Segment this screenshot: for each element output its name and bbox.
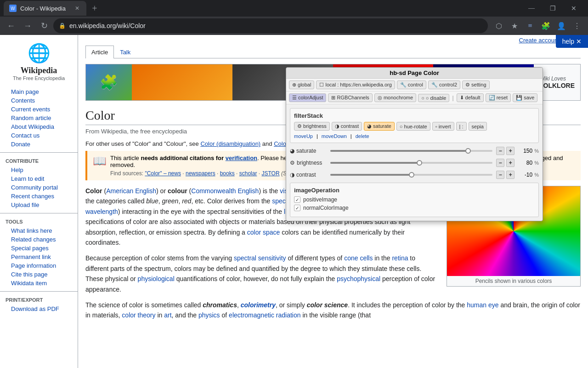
rgb-button[interactable]: ⊞ RGBChannels — [328, 93, 372, 102]
move-down-link[interactable]: moveDown — [322, 133, 347, 139]
sidebar-item-main-page[interactable]: Main page — [6, 87, 72, 96]
create-account-link[interactable]: Create account — [519, 37, 560, 44]
brightness-label: ⚙ brightness — [290, 160, 327, 166]
refresh-button[interactable]: ↻ — [37, 18, 51, 33]
tab-talk[interactable]: Talk — [114, 46, 136, 58]
profile-icon[interactable]: 👤 — [554, 18, 569, 33]
cone-cells-link[interactable]: cone cells — [344, 254, 373, 262]
window-close-button[interactable]: ✕ — [563, 0, 584, 17]
electromagnetic-radiation-link[interactable]: electromagnetic radiation — [229, 311, 300, 319]
sidebar-item-wikidata[interactable]: Wikidata item — [6, 279, 72, 288]
sidebar-item-cite[interactable]: Cite this page — [6, 270, 72, 279]
active-extension-icon[interactable]: ≡ — [523, 18, 537, 33]
sidebar-item-current-events[interactable]: Current events — [6, 105, 72, 114]
sidebar-item-upload[interactable]: Upload file — [6, 201, 72, 209]
forward-button[interactable]: → — [20, 18, 35, 33]
default-button[interactable]: ⬇ default — [457, 93, 484, 102]
retina-link[interactable]: retina — [392, 254, 408, 262]
sidebar-item-contents[interactable]: Contents — [6, 96, 72, 105]
sidebar-item-special[interactable]: Special pages — [6, 244, 72, 253]
disable-button[interactable]: ○ ○ disable — [418, 94, 449, 102]
color-space-link[interactable]: color space — [247, 229, 280, 236]
control-button[interactable]: 🔧 control — [397, 80, 426, 89]
saturate-thumb[interactable] — [465, 148, 471, 154]
brightness-tag[interactable]: ⚙ brightness — [294, 122, 330, 131]
invert-tag[interactable]: ▫ invert — [432, 122, 454, 131]
brightness-thumb[interactable] — [417, 160, 422, 166]
verification-link[interactable]: verification — [226, 155, 257, 161]
brightness-minus[interactable]: − — [496, 159, 504, 167]
back-button[interactable]: ← — [4, 18, 18, 33]
saturate-minus[interactable]: − — [496, 147, 504, 155]
source-news[interactable]: "Color" – news — [145, 170, 181, 177]
help-button[interactable]: help ✕ — [556, 35, 588, 48]
source-books[interactable]: books — [220, 170, 235, 177]
wavelength-link[interactable]: wavelength — [85, 208, 118, 215]
mono-button[interactable]: ◎ monochrome — [374, 93, 416, 102]
commonwealth-english-link[interactable]: Commonwealth English — [191, 187, 259, 195]
saturate-tag[interactable]: ◕ saturate — [364, 122, 395, 131]
positive-image-checkbox[interactable]: ✓ — [294, 196, 300, 203]
contrast-thumb[interactable] — [409, 172, 414, 178]
tab-article[interactable]: Article — [85, 46, 114, 58]
color-theory-link[interactable]: color theory — [122, 311, 155, 319]
contrast-minus[interactable]: − — [496, 171, 504, 179]
move-up-link[interactable]: moveUp — [294, 133, 313, 139]
setting-button[interactable]: ⚙ setting — [462, 80, 489, 89]
sidebar-item-what-links[interactable]: What links here — [6, 226, 72, 235]
american-english-link[interactable]: American English — [106, 187, 156, 195]
sidebar-item-pdf[interactable]: Download as PDF — [6, 305, 72, 313]
sidebar-item-help[interactable]: Help — [6, 166, 72, 174]
window-minimize-button[interactable]: — — [521, 0, 542, 17]
sidebar-item-learn-edit[interactable]: Learn to edit — [6, 174, 72, 183]
spectral-sensitivity-link[interactable]: spectral sensitivity — [234, 254, 286, 262]
saturate-track[interactable] — [330, 150, 492, 152]
source-newspapers[interactable]: newspapers — [186, 170, 215, 177]
tab-close-button[interactable]: ✕ — [74, 5, 81, 12]
source-jstor[interactable]: JSTOR — [261, 170, 279, 177]
sepia-tag[interactable]: sepia — [469, 122, 487, 131]
color-adjust-button[interactable]: ☰ colorAdjust — [289, 93, 326, 102]
filter-section: filterStack ⚙ brightness ◑ contrast ◕ sa… — [290, 108, 539, 143]
sidebar-item-permanent[interactable]: Permanent link — [6, 253, 72, 261]
delete-link[interactable]: delete — [356, 133, 369, 139]
colorimetry-link[interactable]: colorimetry — [241, 301, 276, 309]
menu-icon[interactable]: ⋮ — [570, 18, 584, 33]
extensions-icon[interactable]: ⬡ — [492, 18, 506, 33]
art-link[interactable]: art — [164, 311, 171, 319]
human-eye-link[interactable]: human eye — [467, 301, 498, 309]
sidebar-item-community[interactable]: Community portal — [6, 183, 72, 192]
reset-button[interactable]: 🔄 reset — [486, 93, 511, 102]
address-bar[interactable]: 🔒 en.wikipedia.org/wiki/Color — [53, 18, 488, 33]
sidebar-item-contact[interactable]: Contact us — [6, 131, 72, 140]
hue-rotate-tag[interactable]: ○ hue-rotate — [396, 122, 430, 131]
sidebar-item-random[interactable]: Random article — [6, 114, 72, 122]
wiki-subtitle: The Free Encyclopedia — [4, 75, 74, 81]
contrast-plus[interactable]: + — [506, 171, 514, 179]
active-tab[interactable]: W Color - Wikipedia ✕ — [4, 1, 86, 16]
sidebar-item-page-info[interactable]: Page information — [6, 261, 72, 270]
contrast-track[interactable] — [330, 174, 492, 176]
puzzle-icon[interactable]: 🧩 — [538, 18, 553, 33]
sidebar-item-recent[interactable]: Recent changes — [6, 192, 72, 201]
bookmark-icon[interactable]: ★ — [507, 18, 522, 33]
psychophysical-link[interactable]: psychophysical — [337, 275, 380, 282]
local-button[interactable]: ☐ local : https://en.wikipedia.org — [316, 80, 395, 89]
global-button[interactable]: ⊕ global — [289, 80, 314, 89]
sidebar-item-donate[interactable]: Donate — [6, 140, 72, 149]
new-tab-button[interactable]: + — [88, 2, 101, 15]
physiological-link[interactable]: physiological — [138, 275, 175, 282]
window-maximize-button[interactable]: ❐ — [542, 0, 563, 17]
save-button[interactable]: 💾 save — [513, 93, 537, 102]
source-scholar[interactable]: scholar — [239, 170, 257, 177]
saturate-plus[interactable]: + — [506, 147, 514, 155]
normal-color-checkbox[interactable]: ✓ — [294, 205, 300, 211]
brightness-track[interactable] — [330, 162, 492, 164]
physics-link[interactable]: physics — [198, 311, 220, 319]
contrast-tag[interactable]: ◑ contrast — [332, 122, 362, 131]
disambiguation-link-1[interactable]: Color (disambiguation) — [200, 140, 260, 147]
sidebar-item-about[interactable]: About Wikipedia — [6, 122, 72, 131]
sidebar-item-related[interactable]: Related changes — [6, 235, 72, 244]
control2-button[interactable]: 🔧 control2 — [428, 80, 460, 89]
brightness-plus[interactable]: + — [506, 159, 514, 167]
